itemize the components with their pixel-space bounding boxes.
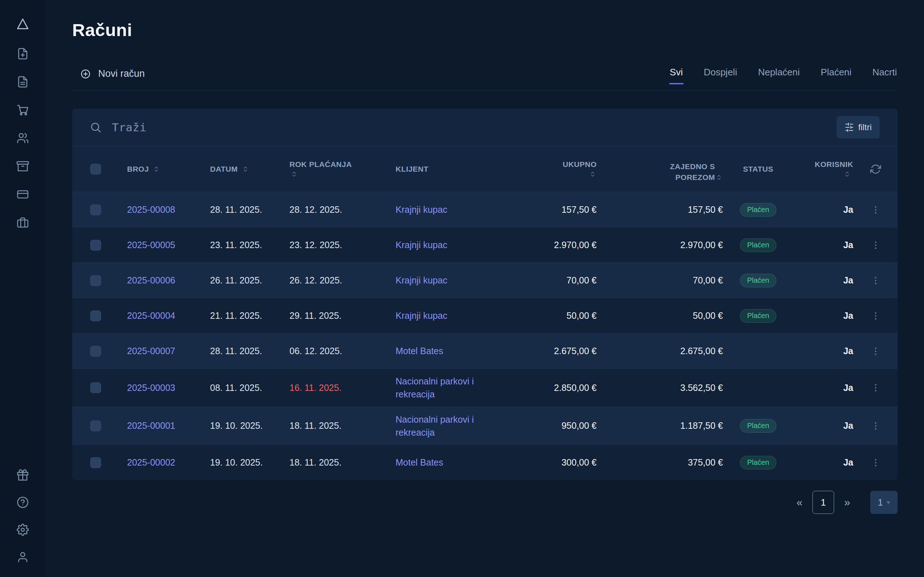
due-date: 26. 12. 2025. xyxy=(289,263,396,298)
table-header: BROJ DATUM ROK PLAĆANJA KLIJENT UKUPNO xyxy=(72,146,898,192)
customers-icon[interactable] xyxy=(15,131,30,146)
pagination-next-button[interactable]: » xyxy=(838,491,856,514)
checkbox-cell xyxy=(72,407,127,445)
select-all-checkbox[interactable] xyxy=(90,164,101,174)
pagination-prev-button[interactable]: « xyxy=(790,491,809,514)
archive-icon[interactable] xyxy=(15,159,30,174)
total-amount: 2.675,00 € xyxy=(545,334,597,369)
page-size-select[interactable]: 1 ▾ xyxy=(870,491,898,514)
sort-arrows-icon xyxy=(843,170,851,178)
row-checkbox[interactable] xyxy=(90,240,101,251)
credit-card-icon[interactable] xyxy=(15,187,30,202)
filters-button[interactable]: filtri xyxy=(837,116,880,139)
client-link[interactable]: Krajnji kupac xyxy=(396,203,447,216)
row-actions-kebab-icon[interactable] xyxy=(870,205,881,215)
row-user: Ja xyxy=(793,263,853,298)
invoices-card: filtri BROJ DATUM ROK PLAĆANJA xyxy=(72,108,898,480)
table-row: 2025-0000728. 11. 2025.06. 12. 2025.Mote… xyxy=(72,333,898,369)
search-input[interactable] xyxy=(112,121,837,134)
invoice-number-link[interactable]: 2025-00002 xyxy=(127,457,175,468)
refresh-icon[interactable] xyxy=(870,164,881,174)
invoice-number-link[interactable]: 2025-00008 xyxy=(127,205,175,215)
client-link[interactable]: Nacionalni parkovi i rekreacija xyxy=(396,375,515,401)
column-header-broj[interactable]: BROJ xyxy=(127,146,210,192)
table-row: 2025-0000421. 11. 2025.29. 11. 2025.Kraj… xyxy=(72,298,898,333)
app-root: Računi Novi račun SviDospjeliNeplaćeniPl… xyxy=(0,0,924,577)
total-with-tax: 70,00 € xyxy=(597,263,723,298)
invoice-number-link[interactable]: 2025-00004 xyxy=(127,311,175,321)
table-row: 2025-0000828. 11. 2025.28. 12. 2025.Kraj… xyxy=(72,192,898,227)
pagination-current-page[interactable]: 1 xyxy=(813,491,834,514)
invoice-number-link[interactable]: 2025-00007 xyxy=(127,346,175,356)
new-invoice-button[interactable]: Novi račun xyxy=(72,68,145,90)
column-label: KLIJENT xyxy=(396,165,428,174)
invoice-number-link[interactable]: 2025-00001 xyxy=(127,421,175,431)
row-checkbox[interactable] xyxy=(90,346,101,357)
sidebar-footer-nav xyxy=(15,467,30,565)
column-label: ZAJEDNO S POREZOM xyxy=(643,161,715,182)
invoice-number-link[interactable]: 2025-00006 xyxy=(127,275,175,285)
gift-icon[interactable] xyxy=(15,467,30,482)
column-header-ukupno[interactable]: UKUPNO xyxy=(545,146,597,192)
help-icon[interactable] xyxy=(15,495,30,510)
row-checkbox[interactable] xyxy=(90,205,101,215)
column-header-zajedno-s-porezom[interactable]: ZAJEDNO S POREZOM xyxy=(597,146,723,192)
invoice-number-cell: 2025-00001 xyxy=(127,407,210,445)
toolbar: Novi račun SviDospjeliNeplaćeniPlaćeniNa… xyxy=(72,63,898,90)
total-with-tax: 157,50 € xyxy=(597,192,723,227)
column-header-rok-placanja[interactable]: ROK PLAĆANJA xyxy=(289,146,396,192)
actions-cell xyxy=(853,369,898,407)
invoice-date: 19. 10. 2025. xyxy=(210,445,289,480)
status-cell: Plaćen xyxy=(723,227,793,263)
settings-icon[interactable] xyxy=(15,522,30,537)
app-logo-icon[interactable] xyxy=(15,16,30,32)
invoice-date: 26. 11. 2025. xyxy=(210,263,289,298)
sort-arrows-icon xyxy=(241,165,249,173)
tab-placeni[interactable]: Plaćeni xyxy=(820,63,852,90)
tab-svi[interactable]: Svi xyxy=(669,63,683,90)
row-checkbox[interactable] xyxy=(90,311,101,321)
cart-icon[interactable] xyxy=(15,102,30,118)
briefcase-icon[interactable] xyxy=(15,215,30,230)
invoice-number-link[interactable]: 2025-00003 xyxy=(127,383,175,393)
total-with-tax: 2.970,00 € xyxy=(597,227,723,263)
row-actions-kebab-icon[interactable] xyxy=(870,457,881,468)
sidebar-nav xyxy=(15,46,30,230)
pagination: « 1 » 1 ▾ xyxy=(72,491,898,514)
row-actions-kebab-icon[interactable] xyxy=(870,421,881,431)
actions-cell xyxy=(853,334,898,369)
user-icon[interactable] xyxy=(15,550,30,565)
row-actions-kebab-icon[interactable] xyxy=(870,240,881,251)
column-header-datum[interactable]: DATUM xyxy=(210,146,289,192)
sort-arrows-icon xyxy=(152,165,160,173)
row-checkbox[interactable] xyxy=(90,457,101,468)
row-checkbox[interactable] xyxy=(90,382,101,393)
due-date: 18. 11. 2025. xyxy=(289,445,396,480)
row-actions-kebab-icon[interactable] xyxy=(870,382,881,393)
tab-nacrti[interactable]: Nacrti xyxy=(872,63,898,90)
status-cell: Plaćen xyxy=(723,263,793,298)
total-amount: 950,00 € xyxy=(545,407,597,445)
column-header-korisnik[interactable]: KORISNIK xyxy=(793,146,853,192)
client-link[interactable]: Krajnji kupac xyxy=(396,309,447,322)
document-icon[interactable] xyxy=(15,74,30,89)
tab-dospjeli[interactable]: Dospjeli xyxy=(703,63,738,90)
actions-cell xyxy=(853,192,898,227)
column-label: STATUS xyxy=(743,165,774,174)
client-link[interactable]: Motel Bates xyxy=(396,344,443,357)
client-link[interactable]: Krajnji kupac xyxy=(396,274,447,287)
row-actions-kebab-icon[interactable] xyxy=(870,311,881,321)
row-actions-kebab-icon[interactable] xyxy=(870,346,881,357)
row-checkbox[interactable] xyxy=(90,275,101,286)
invoice-date: 28. 11. 2025. xyxy=(210,192,289,227)
table-row: 2025-0000219. 10. 2025.18. 11. 2025.Mote… xyxy=(72,445,898,480)
client-link[interactable]: Motel Bates xyxy=(396,456,443,469)
row-checkbox[interactable] xyxy=(90,421,101,431)
checkbox-cell xyxy=(72,227,127,263)
client-link[interactable]: Nacionalni parkovi i rekreacija xyxy=(396,413,515,439)
tab-neplaceni[interactable]: Neplaćeni xyxy=(757,63,801,90)
invoice-add-icon[interactable] xyxy=(15,46,30,61)
invoice-number-link[interactable]: 2025-00005 xyxy=(127,240,175,250)
row-actions-kebab-icon[interactable] xyxy=(870,275,881,286)
client-link[interactable]: Krajnji kupac xyxy=(396,239,447,251)
